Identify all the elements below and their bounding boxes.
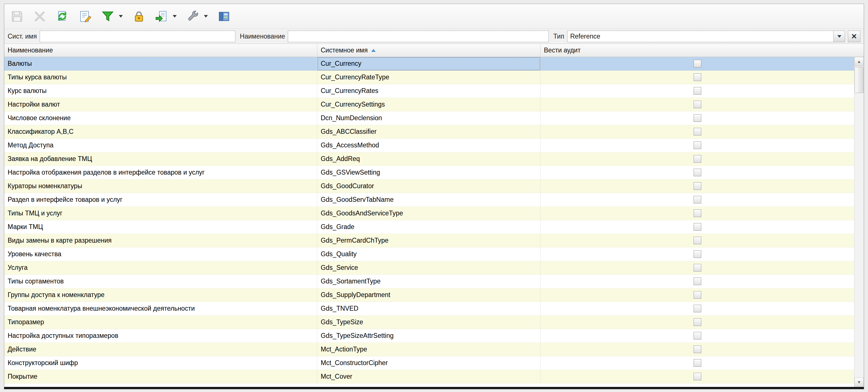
- save-icon: [10, 10, 24, 23]
- name-cell: Виды замены в карте разрешения: [4, 234, 317, 248]
- app-window: Сист. имя Наименование Тип Reference ✕ Н…: [4, 4, 864, 389]
- table-row[interactable]: Курс валюты Cur_CurrencyRates: [4, 84, 854, 98]
- table-row[interactable]: Настройки валют Cur_CurrencySettings: [4, 98, 854, 111]
- table-row[interactable]: Настройка доступных типоразмеров Gds_Typ…: [4, 329, 854, 343]
- vertical-scrollbar[interactable]: ▲ ▼: [854, 57, 864, 387]
- type-dropdown-button[interactable]: [833, 31, 845, 42]
- column-header-name[interactable]: Наименование: [4, 44, 317, 57]
- audit-checkbox[interactable]: [693, 101, 701, 108]
- table-row[interactable]: Раздел в интерфейсе товаров и услуг Gds_…: [4, 193, 854, 207]
- system-name-cell: Gds_Quality: [317, 248, 540, 261]
- table-row[interactable]: Товарная номенклатура внешнеэкономическо…: [4, 302, 854, 316]
- audit-checkbox[interactable]: [693, 223, 701, 231]
- lock-icon: [132, 10, 146, 23]
- audit-checkbox[interactable]: [693, 182, 701, 190]
- table-row[interactable]: Числовое склонение Dcn_NumDeclension: [4, 111, 854, 125]
- table-row[interactable]: Заявка на добавление ТМЦ Gds_AddReq: [4, 152, 854, 166]
- reference-grid: Наименование Системное имя Вести аудит В…: [4, 44, 864, 387]
- lock-button[interactable]: [130, 8, 148, 25]
- system-name-cell: Gds_PermCardChType: [317, 234, 540, 248]
- table-row[interactable]: Кураторы номенклатуры Gds_GoodCurator: [4, 179, 854, 193]
- card-view-button[interactable]: [215, 8, 233, 25]
- audit-cell: [540, 370, 854, 384]
- name-cell: Числовое склонение: [4, 111, 317, 125]
- audit-checkbox[interactable]: [693, 169, 701, 176]
- type-combobox-value: Reference: [567, 33, 833, 40]
- export-dropdown-button[interactable]: [171, 8, 178, 25]
- desktop-background: Сист. имя Наименование Тип Reference ✕ Н…: [0, 0, 868, 392]
- type-combobox[interactable]: Reference: [567, 31, 845, 42]
- column-header-system-name[interactable]: Системное имя: [317, 44, 540, 57]
- audit-checkbox[interactable]: [693, 346, 701, 353]
- delete-icon: [33, 10, 46, 23]
- table-row[interactable]: Классификатор A,B,C Gds_ABCClassifier: [4, 125, 854, 139]
- table-row[interactable]: Уровень качества Gds_Quality: [4, 248, 854, 261]
- name-cell: Марки ТМЦ: [4, 220, 317, 234]
- column-header-audit[interactable]: Вести аудит: [540, 44, 864, 57]
- name-cell: Метод Доступа: [4, 139, 317, 152]
- name-cell: Типы сортаментов: [4, 275, 317, 288]
- scrollbar-thumb[interactable]: [855, 67, 864, 93]
- table-row[interactable]: Типоразмер Gds_TypeSize: [4, 316, 854, 329]
- audit-checkbox[interactable]: [693, 209, 701, 217]
- audit-checkbox[interactable]: [693, 128, 701, 135]
- system-name-cell: Gds_GoodServTabName: [317, 193, 540, 207]
- filter-button[interactable]: [99, 8, 117, 25]
- system-name-cell: Gds_SupplyDepartment: [317, 288, 540, 302]
- table-row[interactable]: Валюты Cur_Currency: [4, 57, 854, 71]
- scroll-up-button[interactable]: ▲: [855, 57, 864, 66]
- grid-body: Валюты Cur_Currency Типы курса валюты Cu…: [4, 57, 854, 384]
- table-row[interactable]: Группы доступа к номенклатуре Gds_Supply…: [4, 288, 854, 302]
- audit-checkbox[interactable]: [693, 264, 701, 271]
- table-row[interactable]: Услуга Gds_Service: [4, 261, 854, 275]
- delete-button[interactable]: [31, 8, 49, 25]
- audit-checkbox[interactable]: [693, 87, 701, 95]
- audit-checkbox[interactable]: [693, 277, 701, 285]
- settings-dropdown-button[interactable]: [202, 8, 210, 25]
- sys-name-input[interactable]: [40, 31, 235, 42]
- audit-checkbox[interactable]: [693, 332, 701, 339]
- table-row[interactable]: Марки ТМЦ Gds_Grade: [4, 220, 854, 234]
- name-cell: Настройка доступных типоразмеров: [4, 329, 317, 343]
- name-cell: Заявка на добавление ТМЦ: [4, 152, 317, 166]
- table-row[interactable]: Типы сортаментов Gds_SortamentType: [4, 275, 854, 288]
- settings-button[interactable]: [184, 8, 202, 25]
- save-button[interactable]: [8, 8, 26, 25]
- audit-checkbox[interactable]: [693, 155, 701, 163]
- refresh-button[interactable]: [54, 8, 71, 25]
- table-row[interactable]: Типы курса валюты Cur_CurrencyRateType: [4, 71, 854, 84]
- filter-dropdown-button[interactable]: [117, 8, 124, 25]
- table-row[interactable]: Действие Mct_ActionType: [4, 343, 854, 356]
- audit-checkbox[interactable]: [693, 73, 701, 81]
- audit-checkbox[interactable]: [693, 196, 701, 203]
- system-name-cell: Gds_AddReq: [317, 152, 540, 166]
- table-row[interactable]: Метод Доступа Gds_AccessMethod: [4, 139, 854, 152]
- audit-checkbox[interactable]: [693, 60, 701, 67]
- table-row[interactable]: Типы ТМЦ и услуг Gds_GoodsAndServiceType: [4, 207, 854, 220]
- audit-checkbox[interactable]: [693, 250, 701, 258]
- audit-checkbox[interactable]: [693, 305, 701, 312]
- name-cell: Настройки валют: [4, 98, 317, 111]
- table-row[interactable]: Виды замены в карте разрешения Gds_PermC…: [4, 234, 854, 248]
- table-row[interactable]: Настройка отображения разделов в интерфе…: [4, 166, 854, 179]
- system-name-cell: Mct_Cover: [317, 370, 540, 384]
- audit-checkbox[interactable]: [693, 373, 701, 380]
- edit-button[interactable]: [76, 8, 94, 25]
- scroll-down-button[interactable]: ▼: [855, 378, 864, 387]
- settings-icon: [186, 10, 199, 23]
- audit-checkbox[interactable]: [693, 318, 701, 326]
- export-button[interactable]: [153, 8, 170, 25]
- clear-filter-button[interactable]: ✕: [848, 31, 860, 42]
- table-row[interactable]: Покрытие Mct_Cover: [4, 370, 854, 384]
- name-filter-input[interactable]: [288, 31, 549, 42]
- audit-checkbox[interactable]: [693, 291, 701, 299]
- audit-checkbox[interactable]: [693, 114, 701, 122]
- audit-checkbox[interactable]: [693, 141, 701, 149]
- name-cell: Типоразмер: [4, 316, 317, 329]
- audit-checkbox[interactable]: [693, 359, 701, 367]
- column-header-audit-label: Вести аудит: [544, 44, 581, 57]
- audit-checkbox[interactable]: [693, 237, 701, 244]
- table-row[interactable]: Конструкторский шифр Mct_ConstructorCiph…: [4, 356, 854, 370]
- system-name-cell: Cur_CurrencyRates: [317, 84, 540, 98]
- name-cell: Типы курса валюты: [4, 71, 317, 84]
